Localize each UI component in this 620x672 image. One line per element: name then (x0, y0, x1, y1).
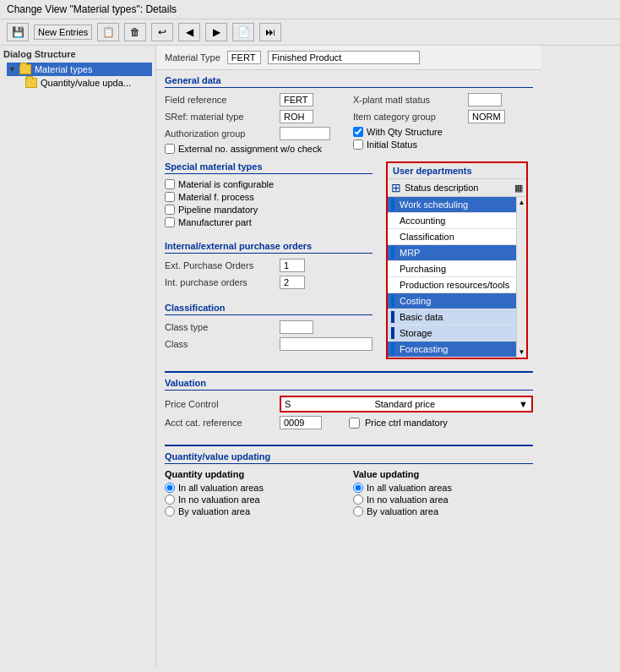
value-updating-label: Value updating (353, 469, 533, 479)
forward-button[interactable]: ▶ (205, 23, 227, 41)
val-radio-none: In no valuation area (353, 494, 533, 505)
material-type-row: Material Type FERT (156, 46, 541, 70)
user-departments-section: User departments ⊞ Status description ▦ … (381, 161, 533, 364)
user-departments-title: User departments (393, 166, 472, 176)
price-control-code: S (285, 399, 291, 409)
user-departments-box: User departments ⊞ Status description ▦ … (386, 161, 528, 359)
dept-item-costing[interactable]: Costing (388, 293, 526, 309)
sidebar-item-material-types[interactable]: ▼ Material types (7, 63, 152, 76)
dept-item-work-scheduling[interactable]: Work scheduling (388, 197, 526, 213)
material-process-label: Material f. process (178, 192, 254, 202)
dept-label: Forecasting (400, 344, 448, 354)
price-control-label: Price Control (165, 399, 275, 409)
dept-label: Basic data (400, 312, 443, 322)
dept-label: Purchasing (400, 264, 446, 274)
class-input[interactable] (280, 337, 373, 351)
class-type-input[interactable] (280, 320, 313, 334)
save-button[interactable]: 💾 (7, 23, 29, 41)
field-reference-label: Field reference (165, 95, 275, 105)
user-departments-header: User departments (388, 163, 526, 179)
classification-title: Classification (165, 303, 373, 315)
qty-radio-by-label: By valuation area (178, 506, 250, 516)
price-ctrl-mandatory-label: Price ctrl mandatory (365, 418, 448, 428)
material-process-checkbox[interactable] (165, 192, 175, 202)
dept-label: Work scheduling (400, 199, 468, 210)
dept-item-storage[interactable]: Storage (388, 325, 526, 341)
valuation-divider (165, 371, 533, 373)
auth-group-input[interactable] (280, 127, 330, 140)
new-entries-label: New Entries (38, 27, 88, 37)
value-updating-col: Value updating In all valuation areas In… (353, 469, 533, 518)
qty-value-title: Quantity/value updating (165, 451, 533, 464)
sidebar-item-qty-value[interactable]: Quantity/value upda... (24, 76, 152, 90)
ext-purchase-label: Ext. Purchase Orders (165, 260, 275, 270)
delete-button[interactable]: 🗑 (124, 23, 146, 41)
pipeline-mandatory-checkbox[interactable] (165, 205, 175, 215)
x-plant-input[interactable] (468, 93, 502, 107)
item-category-label: Item category group (353, 112, 463, 122)
next-button[interactable]: ⏭ (259, 23, 281, 41)
price-control-row: Price Control S Standard price ▼ (165, 396, 533, 412)
qty-radio-by-input[interactable] (165, 506, 175, 516)
val-radio-all-label: In all valuation areas (367, 483, 452, 493)
acct-cat-input[interactable] (280, 416, 322, 429)
price-ctrl-mandatory-checkbox[interactable] (349, 418, 360, 429)
undo-button[interactable]: ↩ (151, 23, 173, 41)
ext-purchase-input[interactable] (280, 259, 305, 272)
dept-item-production-resources[interactable]: Production resources/tools (388, 277, 526, 293)
scroll-up-arrow[interactable]: ▲ (519, 199, 525, 206)
title-bar: Change View "Material types": Details (0, 0, 620, 19)
dept-item-purchasing[interactable]: Purchasing (388, 261, 526, 277)
pipeline-mandatory-label: Pipeline mandatory (178, 205, 258, 215)
qty-value-columns: Quantity updating In all valuation areas… (165, 469, 533, 518)
dept-label: Storage (400, 328, 432, 338)
middle-section: Special material types Material is confi… (156, 161, 541, 364)
with-qty-checkbox[interactable] (353, 127, 363, 137)
int-purchase-input[interactable] (280, 276, 305, 289)
back-button[interactable]: ◀ (178, 23, 200, 41)
sref-material-label: SRef: material type (165, 112, 275, 122)
overview-button[interactable]: 📄 (232, 23, 254, 41)
qty-radio-all-input[interactable] (165, 483, 175, 493)
dept-label: Accounting (400, 216, 445, 226)
departments-list: Work scheduling Accounting Classificatio… (388, 197, 526, 358)
new-entries-button[interactable]: New Entries (34, 25, 92, 40)
qty-radio-none-input[interactable] (165, 494, 175, 505)
dept-indicator (391, 311, 394, 323)
price-control-select[interactable]: S Standard price ▼ (280, 396, 533, 412)
dept-indicator (391, 343, 394, 355)
folder-icon (19, 64, 31, 74)
dept-item-forecasting[interactable]: Forecasting (388, 341, 526, 358)
class-row: Class (165, 337, 373, 351)
dept-grid-icon[interactable]: ▦ (514, 183, 523, 194)
val-radio-none-input[interactable] (353, 494, 363, 505)
class-label: Class (165, 339, 275, 349)
class-type-label: Class type (165, 322, 275, 332)
val-radio-by-input[interactable] (353, 506, 363, 516)
external-no-checkbox[interactable] (165, 144, 175, 154)
save-icon: 💾 (11, 25, 24, 39)
dept-label: Costing (400, 296, 431, 306)
val-radio-by-label: By valuation area (367, 506, 438, 516)
sidebar: Dialog Structure ▼ Material types Quanti… (0, 46, 156, 667)
dept-column-header: ⊞ Status description ▦ (388, 179, 526, 197)
initial-status-checkbox[interactable] (353, 139, 363, 150)
scroll-down-arrow[interactable]: ▼ (519, 348, 525, 356)
valuation-section: Valuation Price Control S Standard price… (156, 364, 541, 438)
price-control-dropdown-arrow[interactable]: ▼ (519, 399, 528, 409)
copy-button[interactable]: 📋 (97, 23, 119, 41)
val-radio-all-input[interactable] (353, 483, 363, 493)
dept-item-basic-data[interactable]: Basic data (388, 309, 526, 325)
dept-item-classification[interactable]: Classification (388, 229, 526, 245)
material-configurable-checkbox[interactable] (165, 179, 175, 189)
dept-item-accounting[interactable]: Accounting (388, 213, 526, 229)
manufacturer-part-label: Manufacturer part (178, 217, 252, 227)
dept-indicator (391, 327, 394, 339)
overview-icon: 📄 (237, 25, 250, 39)
copy-icon: 📋 (101, 25, 115, 39)
item-category-value: NORM (468, 110, 505, 123)
dept-item-mrp[interactable]: MRP (388, 245, 526, 261)
sidebar-header: Dialog Structure (3, 49, 152, 59)
material-type-input[interactable] (268, 51, 420, 64)
manufacturer-part-checkbox[interactable] (165, 217, 175, 227)
